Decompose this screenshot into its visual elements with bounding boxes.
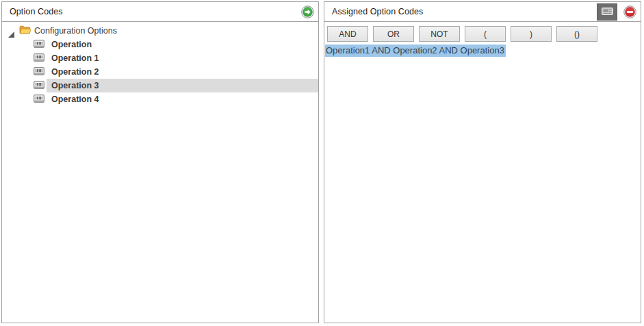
- barcode-icon: [34, 79, 44, 92]
- operator-toolbar: ANDORNOT()(): [327, 26, 641, 42]
- assigned-option-codes-panel: Assigned Option Codes: [324, 1, 641, 323]
- remove-option-code-button[interactable]: [623, 5, 636, 18]
- keyboard-icon: [602, 7, 613, 17]
- tree-item-operation-4[interactable]: Operation 4: [2, 92, 318, 106]
- operator-button-open-parenclose-paren[interactable]: (): [556, 26, 597, 42]
- green-arrow-right-icon: [301, 5, 314, 18]
- operator-button-open-paren[interactable]: (: [465, 26, 506, 42]
- assign-option-code-button[interactable]: [301, 5, 314, 18]
- tree-items-container: OperationOperation 1Operation 2Operation…: [2, 38, 318, 106]
- barcode-icon: [34, 66, 44, 78]
- tree-item-label[interactable]: Operation 2: [47, 65, 318, 79]
- expression-editor-toggle-button[interactable]: [597, 3, 617, 21]
- tree-root-configuration-options[interactable]: Configuration Options: [2, 24, 318, 38]
- operator-button-close-paren[interactable]: ): [511, 26, 552, 42]
- operator-button-or[interactable]: OR: [373, 26, 414, 42]
- operator-button-not[interactable]: NOT: [419, 26, 460, 42]
- expanded-triangle-icon[interactable]: [8, 28, 14, 34]
- assigned-option-codes-header: Assigned Option Codes: [324, 2, 641, 22]
- folder-icon: [19, 25, 31, 37]
- option-codes-panel: Option Codes: [1, 1, 319, 323]
- assigned-option-codes-title: Assigned Option Codes: [332, 7, 597, 16]
- barcode-icon: [34, 93, 44, 105]
- option-codes-dialog: Option Codes: [0, 0, 644, 326]
- expression-line[interactable]: Operation1 AND Operation2 AND Operation3: [325, 45, 641, 56]
- tree-item-label[interactable]: Operation 3: [47, 79, 318, 92]
- assigned-expression-text[interactable]: Operation1 AND Operation2 AND Operation3: [325, 45, 506, 57]
- tree-item-operation[interactable]: Operation: [2, 38, 318, 51]
- option-codes-tree: Configuration Options OperationOperation…: [2, 22, 318, 106]
- barcode-icon: [34, 38, 44, 51]
- red-minus-icon: [623, 5, 636, 18]
- tree-item-operation-1[interactable]: Operation 1: [2, 51, 318, 65]
- tree-item-operation-2[interactable]: Operation 2: [2, 65, 318, 79]
- barcode-icon: [34, 52, 44, 64]
- operator-button-and[interactable]: AND: [327, 26, 368, 42]
- tree-item-label[interactable]: Operation: [47, 38, 318, 51]
- option-codes-header: Option Codes: [2, 2, 318, 22]
- tree-item-label[interactable]: Operation 4: [47, 92, 318, 106]
- tree-root-label: Configuration Options: [34, 26, 117, 36]
- tree-item-label[interactable]: Operation 1: [47, 51, 318, 65]
- option-codes-title: Option Codes: [10, 7, 301, 16]
- tree-item-operation-3[interactable]: Operation 3: [2, 79, 318, 92]
